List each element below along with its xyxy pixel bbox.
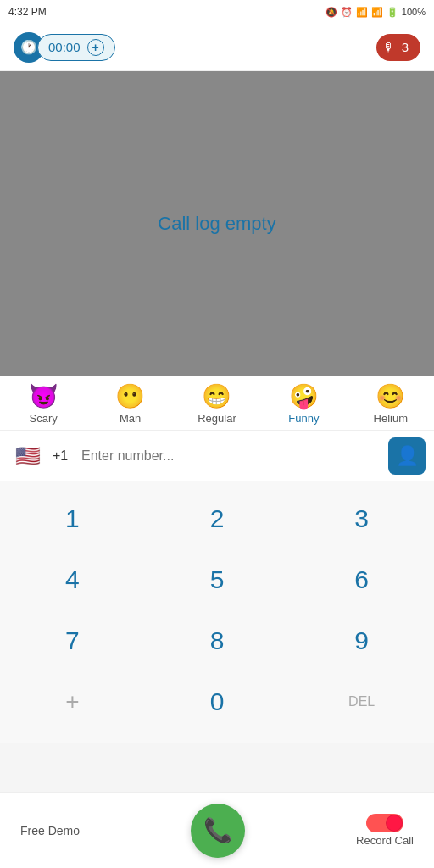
dialpad-row-3: 7 8 9 <box>0 612 434 670</box>
man-icon: 😶 <box>115 385 145 409</box>
timer-plus-button[interactable]: + <box>87 39 104 56</box>
funny-label: Funny <box>288 412 319 425</box>
scary-label: Scary <box>30 412 58 425</box>
record-toggle[interactable] <box>366 814 403 832</box>
regular-label: Regular <box>198 412 236 425</box>
helium-icon: 😊 <box>376 385 405 409</box>
country-code: +1 <box>53 448 76 464</box>
contact-button[interactable]: 👤 <box>388 437 426 475</box>
key-5[interactable]: 5 <box>166 551 268 609</box>
voice-tabs: 😈 Scary 😶 Man 😁 Regular 🤪 Funny 😊 Helium <box>0 376 434 431</box>
key-4[interactable]: 4 <box>21 551 123 609</box>
toggle-track <box>366 814 403 832</box>
status-icons: 🔕 ⏰ 📶 📶 🔋 100% <box>326 7 426 18</box>
tab-man[interactable]: 😶 Man <box>97 385 164 425</box>
funny-icon: 🤪 <box>289 385 319 409</box>
free-demo-label: Free Demo <box>20 824 80 837</box>
contact-icon: 👤 <box>396 445 419 467</box>
call-icon: 📞 <box>203 816 233 844</box>
country-flag-button[interactable]: 🇺🇸 <box>8 444 47 468</box>
call-log-empty-text: Call log empty <box>158 213 275 235</box>
dialpad-row-4: + 0 DEL <box>0 673 434 731</box>
timer-display: 00:00 + <box>37 34 115 61</box>
key-6[interactable]: 6 <box>311 551 413 609</box>
status-time: 4:32 PM <box>8 6 47 18</box>
tab-scary[interactable]: 😈 Scary <box>9 385 77 425</box>
record-call-label: Record Call <box>356 834 414 847</box>
notification-icon: 🔕 <box>326 7 337 18</box>
phone-input-bar: 🇺🇸 +1 👤 <box>0 431 434 481</box>
time-display: 4:32 PM <box>8 6 47 18</box>
battery-level: 100% <box>402 7 426 17</box>
tab-helium[interactable]: 😊 Helium <box>357 385 425 425</box>
bottom-bar: Free Demo 📞 Record Call <box>0 792 434 868</box>
key-9[interactable]: 9 <box>311 612 413 670</box>
plus-label: + <box>92 41 98 54</box>
key-8[interactable]: 8 <box>166 612 268 670</box>
man-label: Man <box>120 412 141 425</box>
key-1[interactable]: 1 <box>21 490 123 548</box>
toggle-thumb <box>386 815 403 832</box>
key-3[interactable]: 3 <box>311 490 413 548</box>
regular-icon: 😁 <box>202 385 231 409</box>
dialpad-row-1: 1 2 3 <box>0 490 434 548</box>
battery-icon: 🔋 <box>387 7 398 18</box>
call-button[interactable]: 📞 <box>191 804 245 858</box>
alarm-icon: ⏰ <box>341 7 353 18</box>
status-bar: 4:32 PM 🔕 ⏰ 📶 📶 🔋 100% <box>0 0 434 24</box>
mic-icon: 🎙 <box>383 41 395 54</box>
mic-area: 🎙 3 <box>376 34 420 61</box>
timer-left: 🕐 00:00 + <box>14 32 115 63</box>
tab-regular[interactable]: 😁 Regular <box>183 385 251 425</box>
dialpad: 1 2 3 4 5 6 7 8 9 + 0 DEL <box>0 481 434 743</box>
wifi-icon: 📶 <box>371 7 383 18</box>
key-7[interactable]: 7 <box>21 612 123 670</box>
signal-icon: 📶 <box>356 7 368 18</box>
record-call-area: Record Call <box>356 814 414 847</box>
key-0[interactable]: 0 <box>166 673 268 731</box>
helium-label: Helium <box>374 412 408 425</box>
key-2[interactable]: 2 <box>166 490 268 548</box>
scary-icon: 😈 <box>29 385 58 409</box>
mic-count: 3 <box>402 40 409 54</box>
timer-bar: 🕐 00:00 + 🎙 3 <box>0 24 434 71</box>
timer-text: 00:00 <box>48 40 81 54</box>
tab-funny[interactable]: 🤪 Funny <box>270 385 337 425</box>
flag-emoji: 🇺🇸 <box>15 444 41 468</box>
key-plus[interactable]: + <box>21 673 123 731</box>
dialpad-row-2: 4 5 6 <box>0 551 434 609</box>
key-del[interactable]: DEL <box>311 673 413 731</box>
phone-number-input[interactable] <box>81 448 383 464</box>
mic-pill[interactable]: 🎙 3 <box>376 34 420 61</box>
call-log-area: Call log empty <box>0 71 434 376</box>
